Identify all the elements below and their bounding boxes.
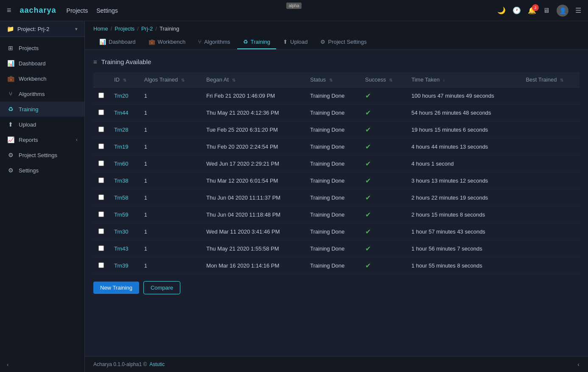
row-best-cell xyxy=(521,155,580,172)
row-checkbox[interactable] xyxy=(98,178,104,183)
row-id-cell[interactable]: Trn39 xyxy=(109,257,139,274)
moon-icon[interactable]: 🌙 xyxy=(497,6,506,14)
row-id[interactable]: Trn20 xyxy=(114,93,128,99)
monitor-icon[interactable]: 🖥 xyxy=(543,7,550,14)
row-checkbox[interactable] xyxy=(98,228,104,234)
success-check-icon: ✔ xyxy=(365,126,371,133)
row-algos-cell: 1 xyxy=(139,189,202,206)
sidebar-item-settings[interactable]: ⚙ Settings xyxy=(0,163,84,178)
row-checkbox-cell[interactable] xyxy=(93,189,109,206)
row-checkbox-cell[interactable] xyxy=(93,223,109,240)
row-id[interactable]: Trn28 xyxy=(114,127,128,133)
row-checkbox[interactable] xyxy=(98,194,104,200)
row-id-cell[interactable]: Trn38 xyxy=(109,172,139,189)
row-checkbox[interactable] xyxy=(98,110,104,115)
row-checkbox-cell[interactable] xyxy=(93,257,109,274)
tab-workbench[interactable]: 💼 Workbench xyxy=(143,35,192,49)
nav-settings[interactable]: Settings xyxy=(96,7,118,14)
footer: Acharya 0.1.0-alpha1 © Astutic ‹ xyxy=(85,356,588,372)
main-layout: 📁 Project: Prj-2 ▾ ⊞ Projects 📊 Dashboar… xyxy=(0,21,588,372)
row-checkbox[interactable] xyxy=(98,262,104,268)
row-checkbox-cell[interactable] xyxy=(93,87,109,104)
footer-collapse-icon[interactable]: ‹ xyxy=(577,361,580,368)
col-began[interactable]: Began At ⇅ xyxy=(201,72,305,87)
collapse-icon: ‹ xyxy=(7,361,8,368)
row-id-cell[interactable]: Trn20 xyxy=(109,87,139,104)
row-checkbox[interactable] xyxy=(98,245,104,251)
sidebar-item-training[interactable]: ♻ Training xyxy=(0,101,84,117)
bell-icon[interactable]: 🔔 3 xyxy=(528,6,536,14)
tab-dashboard[interactable]: 📊 Dashboard xyxy=(93,35,142,49)
row-success-cell: ✔ xyxy=(360,172,406,189)
row-checkbox-cell[interactable] xyxy=(93,104,109,121)
row-id-cell[interactable]: Trn58 xyxy=(109,189,139,206)
row-id-cell[interactable]: Trn19 xyxy=(109,138,139,155)
col-algos[interactable]: Algos Trained ⇅ xyxy=(139,72,202,87)
row-id[interactable]: Trn38 xyxy=(114,178,128,184)
table-row: Trn38 1 Thu Mar 12 2020 6:01:54 PM Train… xyxy=(93,172,580,189)
col-status[interactable]: Status ⇅ xyxy=(305,72,360,87)
row-checkbox[interactable] xyxy=(98,127,104,132)
col-best[interactable]: Best Trained ⇅ xyxy=(521,72,580,87)
breadcrumb-project[interactable]: Prj-2 xyxy=(141,25,153,32)
row-id-cell[interactable]: Trn28 xyxy=(109,121,139,138)
row-id[interactable]: Trn44 xyxy=(114,110,128,116)
sidebar-item-dashboard[interactable]: 📊 Dashboard xyxy=(0,56,84,71)
row-checkbox[interactable] xyxy=(98,161,104,166)
success-check-icon: ✔ xyxy=(365,160,371,167)
sidebar-item-algorithms[interactable]: ⑂ Algorithms xyxy=(0,86,84,101)
row-id[interactable]: Trn60 xyxy=(114,161,128,167)
sidebar-item-upload[interactable]: ⬆ Upload xyxy=(0,117,84,132)
content-area: Home / Projects / Prj-2 / Training 📊 Das… xyxy=(85,21,588,372)
hamburger-icon[interactable]: ☰ xyxy=(575,6,581,14)
row-id-cell[interactable]: Trn30 xyxy=(109,223,139,240)
new-training-button[interactable]: New Training xyxy=(93,282,139,294)
row-id[interactable]: Trn30 xyxy=(114,228,128,235)
breadcrumb-projects[interactable]: Projects xyxy=(115,25,134,32)
row-algos-cell: 1 xyxy=(139,87,202,104)
row-id-cell[interactable]: Trn60 xyxy=(109,155,139,172)
row-id[interactable]: Trn43 xyxy=(114,245,128,252)
row-checkbox-cell[interactable] xyxy=(93,121,109,138)
sidebar-collapse-button[interactable]: ‹ xyxy=(0,357,84,372)
sidebar-item-reports[interactable]: 📈 Reports ‹ xyxy=(0,132,84,147)
col-id[interactable]: ID ⇅ xyxy=(109,72,139,87)
row-id[interactable]: Trn19 xyxy=(114,144,128,150)
compare-button[interactable]: Compare xyxy=(143,281,180,294)
col-success[interactable]: Success ⇅ xyxy=(360,72,406,87)
row-checkbox-cell[interactable] xyxy=(93,240,109,257)
tab-algorithms[interactable]: ⑂ Algorithms xyxy=(192,35,236,49)
row-id[interactable]: Trn59 xyxy=(114,211,128,218)
sidebar-project[interactable]: 📁 Project: Prj-2 ▾ xyxy=(0,21,84,37)
row-success-cell: ✔ xyxy=(360,155,406,172)
row-id[interactable]: Trn39 xyxy=(114,262,128,269)
row-checkbox[interactable] xyxy=(98,144,104,149)
tab-upload-icon: ⬆ xyxy=(283,39,288,45)
col-time[interactable]: Time Taken ↓ xyxy=(406,72,521,87)
row-checkbox-cell[interactable] xyxy=(93,172,109,189)
clock-icon[interactable]: 🕐 xyxy=(512,6,521,14)
row-id[interactable]: Trn58 xyxy=(114,194,128,201)
row-id-cell[interactable]: Trn43 xyxy=(109,240,139,257)
sidebar-item-project-settings[interactable]: ⚙ Project Settings xyxy=(0,147,84,163)
row-id-cell[interactable]: Trn44 xyxy=(109,104,139,121)
row-checkbox[interactable] xyxy=(98,93,104,98)
breadcrumb-home[interactable]: Home xyxy=(93,25,108,32)
nav-projects[interactable]: Projects xyxy=(67,7,88,14)
sidebar-item-workbench[interactable]: 💼 Workbench xyxy=(0,71,84,86)
tab-project-settings[interactable]: ⚙ Project Settings xyxy=(314,35,372,49)
left-hamburger-icon[interactable]: ≡ xyxy=(7,6,11,15)
tab-workbench-icon: 💼 xyxy=(148,39,155,45)
tab-training[interactable]: ♻ Training xyxy=(237,35,276,49)
row-checkbox-cell[interactable] xyxy=(93,155,109,172)
row-checkbox-cell[interactable] xyxy=(93,138,109,155)
row-checkbox[interactable] xyxy=(98,211,104,217)
section-header-icon: ≡ xyxy=(93,58,97,65)
tab-upload[interactable]: ⬆ Upload xyxy=(277,35,314,49)
footer-link[interactable]: Astutic xyxy=(149,361,165,367)
avatar[interactable]: 👤 xyxy=(557,5,568,17)
sidebar-item-projects[interactable]: ⊞ Projects xyxy=(0,40,84,56)
row-checkbox-cell[interactable] xyxy=(93,206,109,223)
success-check-icon: ✔ xyxy=(365,92,371,99)
row-id-cell[interactable]: Trn59 xyxy=(109,206,139,223)
